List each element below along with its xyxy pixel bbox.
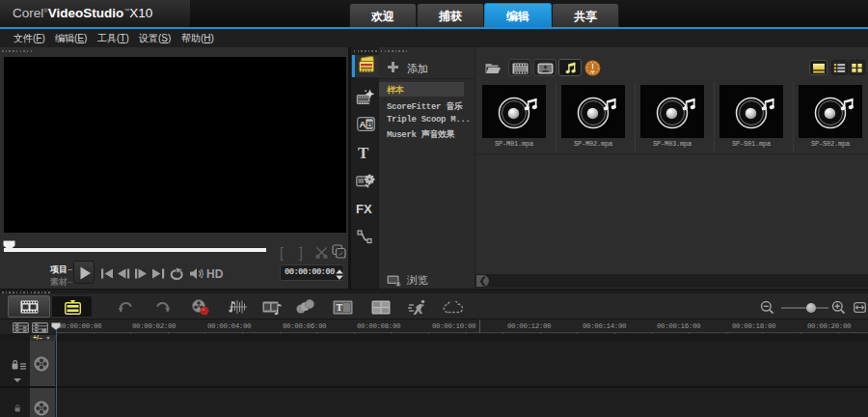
svg-text:B: B bbox=[366, 119, 373, 129]
svg-text:T: T bbox=[337, 302, 343, 313]
svg-text:A: A bbox=[360, 119, 366, 129]
